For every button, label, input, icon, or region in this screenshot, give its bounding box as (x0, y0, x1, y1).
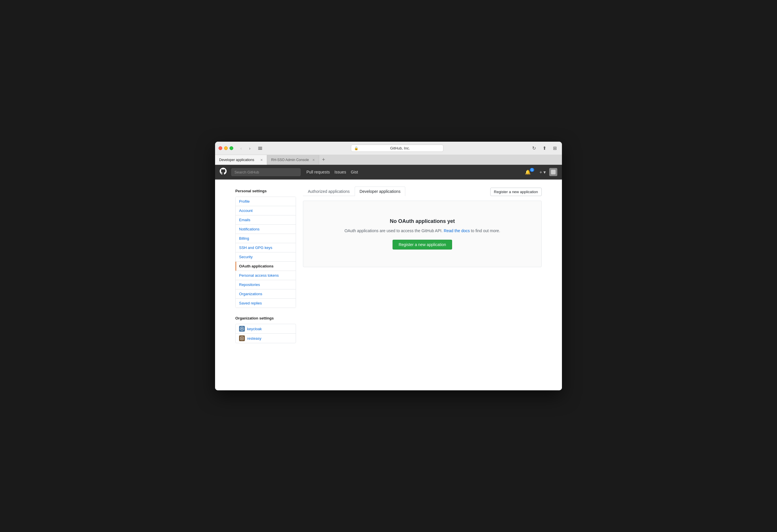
org-item-resteasy: resteasy (236, 334, 296, 343)
maximize-button[interactable] (229, 146, 233, 150)
org-link-keycloak[interactable]: keycloak (236, 324, 296, 333)
sidebar-item-saved-replies: Saved replies (236, 299, 296, 308)
sidebar-item-security: Security (236, 252, 296, 262)
lock-icon: 🔒 (354, 146, 358, 150)
sidebar-nav-list: Profile Account Emails Notifications Bil… (235, 197, 296, 308)
address-bar[interactable]: 🔒 GitHub, Inc. (351, 144, 443, 152)
sidebar-item-organizations: Organizations (236, 290, 296, 299)
empty-desc-text: OAuth applications are used to access th… (345, 228, 444, 233)
sidebar-link-emails[interactable]: Emails (236, 215, 296, 224)
github-content: Personal settings Profile Account Emails… (229, 180, 548, 356)
create-button[interactable]: + ▾ (539, 170, 546, 175)
sidebar-link-oauth: OAuth applications (236, 262, 296, 271)
add-tab-button[interactable]: ⊞ (551, 145, 558, 151)
org-item-keycloak: keycloak (236, 324, 296, 334)
org-settings-title: Organization settings (235, 314, 296, 323)
sidebar-link-saved-replies[interactable]: Saved replies (236, 299, 296, 308)
sidebar-item-emails: Emails (236, 215, 296, 225)
tab-label-developer: Developer applications (219, 158, 258, 162)
read-docs-link[interactable]: Read the docs (444, 228, 470, 233)
sidebar-link-ssh-gpg[interactable]: SSH and GPG keys (236, 243, 296, 252)
svg-rect-3 (551, 170, 556, 174)
empty-desc-end: to find out more. (471, 228, 500, 233)
register-application-cta-button[interactable]: Register a new application (393, 240, 452, 249)
sidebar-link-repositories[interactable]: Repositories (236, 280, 296, 289)
empty-state-description: OAuth applications are used to access th… (310, 228, 535, 234)
github-nav: Pull requests Issues Gist (306, 170, 358, 174)
search-input[interactable] (231, 168, 301, 176)
github-tabs: Authorized applications Developer applic… (303, 187, 405, 196)
sidebar-item-repositories: Repositories (236, 280, 296, 290)
close-button[interactable] (219, 146, 222, 150)
org-settings-section: Organization settings keycloak (235, 314, 296, 343)
nav-gist[interactable]: Gist (351, 170, 358, 174)
browser-tabs: Developer applications × RH-SSO Admin Co… (215, 155, 562, 165)
traffic-lights (219, 146, 233, 150)
github-main-panel: Authorized applications Developer applic… (303, 187, 542, 349)
url-text: GitHub, Inc. (360, 146, 440, 150)
empty-state-title: No OAuth applications yet (310, 218, 535, 224)
notifications-badge: 1 (530, 168, 535, 172)
tab-developer-applications[interactable]: Developer applications (355, 187, 406, 196)
sidebar-link-security[interactable]: Security (236, 252, 296, 261)
nav-pull-requests[interactable]: Pull requests (306, 170, 330, 174)
sidebar-item-ssh-gpg: SSH and GPG keys (236, 243, 296, 252)
github-header: Pull requests Issues Gist 🔔1 + ▾ (215, 165, 562, 180)
tab-label-rh-sso: RH-SSO Admin Console (271, 158, 310, 162)
github-app: Pull requests Issues Gist 🔔1 + ▾ Pe (215, 165, 562, 390)
share-button[interactable]: ⬆ (541, 145, 548, 151)
browser-actions: ↻ ⬆ ⊞ (530, 145, 558, 151)
register-new-application-button[interactable]: Register a new application (490, 188, 542, 196)
org-avatar-keycloak (239, 326, 245, 332)
sidebar-item-account: Account (236, 206, 296, 215)
sidebar-item-oauth: OAuth applications (236, 262, 296, 271)
nav-issues[interactable]: Issues (334, 170, 346, 174)
address-bar-container: 🔒 GitHub, Inc. (266, 144, 528, 152)
org-avatar-resteasy (239, 335, 245, 341)
sidebar-item-billing: Billing (236, 234, 296, 243)
browser-titlebar: ‹ › 🔒 GitHub, Inc. ↻ ⬆ ⊞ (215, 142, 562, 155)
sidebar-link-pat[interactable]: Personal access tokens (236, 271, 296, 280)
svg-rect-1 (258, 148, 262, 148)
org-label-keycloak: keycloak (247, 327, 262, 331)
user-avatar-button[interactable] (549, 168, 557, 176)
tab-close-rh-sso[interactable]: × (313, 158, 315, 162)
org-label-resteasy: resteasy (247, 336, 261, 341)
sidebar-link-account[interactable]: Account (236, 206, 296, 215)
empty-state: No OAuth applications yet OAuth applicat… (303, 201, 542, 267)
sidebar-item-profile: Profile (236, 197, 296, 206)
new-tab-button[interactable]: + (319, 155, 328, 165)
browser-window: ‹ › 🔒 GitHub, Inc. ↻ ⬆ ⊞ Developer appli… (215, 142, 562, 390)
tab-close-developer[interactable]: × (260, 158, 263, 162)
browser-tab-rh-sso[interactable]: RH-SSO Admin Console × (267, 155, 319, 165)
back-button[interactable]: ‹ (237, 145, 245, 151)
sidebar-toggle-button[interactable] (256, 145, 264, 151)
github-sidebar: Personal settings Profile Account Emails… (235, 187, 296, 349)
sidebar-link-profile[interactable]: Profile (236, 197, 296, 206)
github-logo[interactable] (220, 168, 227, 176)
browser-tab-developer-applications[interactable]: Developer applications × (215, 155, 267, 165)
nav-buttons: ‹ › (237, 145, 253, 151)
org-link-resteasy[interactable]: resteasy (236, 334, 296, 343)
minimize-button[interactable] (224, 146, 228, 150)
sidebar-link-notifications[interactable]: Notifications (236, 225, 296, 234)
forward-button[interactable]: › (246, 145, 253, 151)
reload-button[interactable]: ↻ (530, 145, 538, 151)
tabs-register-row: Authorized applications Developer applic… (303, 187, 542, 196)
github-header-actions: 🔔1 + ▾ (525, 168, 557, 176)
org-nav-list: keycloak reste (235, 324, 296, 343)
svg-point-6 (241, 338, 242, 339)
sidebar-item-pat: Personal access tokens (236, 271, 296, 280)
personal-settings-title: Personal settings (235, 187, 296, 196)
sidebar-link-billing[interactable]: Billing (236, 234, 296, 243)
svg-rect-2 (258, 149, 262, 150)
svg-rect-0 (258, 147, 262, 147)
notifications-button[interactable]: 🔔1 (525, 170, 536, 175)
sidebar-item-notifications: Notifications (236, 225, 296, 234)
tab-authorized-applications[interactable]: Authorized applications (303, 187, 355, 196)
sidebar-link-organizations[interactable]: Organizations (236, 290, 296, 298)
